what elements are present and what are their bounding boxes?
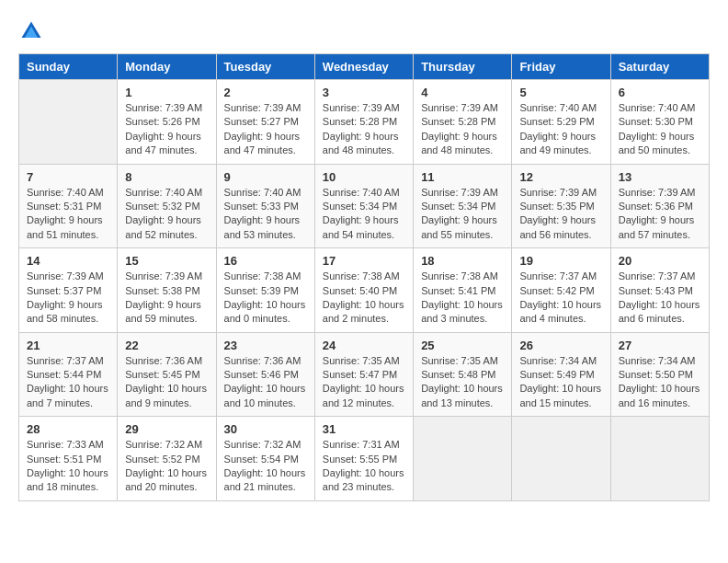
header-day-sunday: Sunday (19, 54, 118, 80)
day-info: Sunrise: 7:39 AMSunset: 5:26 PMDaylight:… (125, 101, 208, 158)
day-number: 21 (27, 339, 109, 352)
day-cell (512, 417, 610, 501)
day-cell: 5Sunrise: 7:40 AMSunset: 5:29 PMDaylight… (512, 80, 610, 165)
day-info: Sunrise: 7:40 AMSunset: 5:33 PMDaylight:… (224, 186, 307, 243)
day-cell (414, 417, 512, 501)
day-cell: 2Sunrise: 7:39 AMSunset: 5:27 PMDaylight… (216, 80, 314, 165)
day-number: 20 (619, 254, 701, 268)
day-number: 24 (323, 339, 405, 352)
day-number: 5 (519, 86, 602, 99)
day-info: Sunrise: 7:39 AMSunset: 5:28 PMDaylight:… (421, 101, 504, 158)
day-number: 18 (421, 254, 504, 268)
day-number: 13 (619, 170, 701, 184)
day-info: Sunrise: 7:39 AMSunset: 5:37 PMDaylight:… (27, 270, 109, 327)
day-info: Sunrise: 7:38 AMSunset: 5:39 PMDaylight:… (224, 270, 307, 327)
day-number: 3 (323, 86, 405, 99)
day-number: 9 (224, 170, 307, 184)
day-cell: 4Sunrise: 7:39 AMSunset: 5:28 PMDaylight… (414, 80, 512, 165)
day-cell: 25Sunrise: 7:35 AMSunset: 5:48 PMDayligh… (414, 332, 512, 417)
day-cell: 1Sunrise: 7:39 AMSunset: 5:26 PMDaylight… (118, 80, 216, 165)
day-cell: 11Sunrise: 7:39 AMSunset: 5:34 PMDayligh… (414, 164, 512, 248)
day-number: 2 (224, 86, 307, 99)
day-cell: 31Sunrise: 7:31 AMSunset: 5:55 PMDayligh… (314, 417, 413, 501)
day-cell: 6Sunrise: 7:40 AMSunset: 5:30 PMDaylight… (610, 80, 709, 165)
day-cell: 22Sunrise: 7:36 AMSunset: 5:45 PMDayligh… (118, 332, 216, 417)
day-number: 31 (323, 422, 405, 436)
day-info: Sunrise: 7:32 AMSunset: 5:52 PMDaylight:… (125, 438, 208, 495)
day-info: Sunrise: 7:39 AMSunset: 5:35 PMDaylight:… (519, 186, 602, 243)
day-cell: 30Sunrise: 7:32 AMSunset: 5:54 PMDayligh… (216, 417, 314, 501)
day-cell: 23Sunrise: 7:36 AMSunset: 5:46 PMDayligh… (216, 332, 314, 417)
week-row-5: 28Sunrise: 7:33 AMSunset: 5:51 PMDayligh… (19, 417, 710, 501)
day-cell: 27Sunrise: 7:34 AMSunset: 5:50 PMDayligh… (610, 332, 709, 417)
day-info: Sunrise: 7:37 AMSunset: 5:42 PMDaylight:… (519, 270, 602, 327)
day-info: Sunrise: 7:36 AMSunset: 5:45 PMDaylight:… (125, 354, 208, 411)
day-cell: 29Sunrise: 7:32 AMSunset: 5:52 PMDayligh… (118, 417, 216, 501)
day-info: Sunrise: 7:39 AMSunset: 5:34 PMDaylight:… (421, 186, 504, 243)
day-info: Sunrise: 7:38 AMSunset: 5:41 PMDaylight:… (421, 270, 504, 327)
day-info: Sunrise: 7:37 AMSunset: 5:43 PMDaylight:… (619, 270, 701, 327)
day-cell: 28Sunrise: 7:33 AMSunset: 5:51 PMDayligh… (19, 417, 118, 501)
day-number: 1 (125, 86, 208, 99)
day-cell: 12Sunrise: 7:39 AMSunset: 5:35 PMDayligh… (512, 164, 610, 248)
header-day-monday: Monday (118, 54, 216, 80)
day-cell: 26Sunrise: 7:34 AMSunset: 5:49 PMDayligh… (512, 332, 610, 417)
day-cell: 17Sunrise: 7:38 AMSunset: 5:40 PMDayligh… (314, 248, 413, 333)
day-cell: 8Sunrise: 7:40 AMSunset: 5:32 PMDaylight… (118, 164, 216, 248)
day-cell (19, 80, 118, 165)
header-day-friday: Friday (512, 54, 610, 80)
logo-icon (18, 18, 44, 44)
day-info: Sunrise: 7:38 AMSunset: 5:40 PMDaylight:… (323, 270, 405, 327)
day-number: 7 (27, 170, 109, 184)
day-number: 26 (519, 339, 602, 352)
day-cell: 10Sunrise: 7:40 AMSunset: 5:34 PMDayligh… (314, 164, 413, 248)
day-number: 22 (125, 339, 208, 352)
day-info: Sunrise: 7:35 AMSunset: 5:48 PMDaylight:… (421, 354, 504, 411)
day-info: Sunrise: 7:40 AMSunset: 5:34 PMDaylight:… (323, 186, 405, 243)
day-info: Sunrise: 7:40 AMSunset: 5:29 PMDaylight:… (519, 101, 602, 158)
day-number: 29 (125, 422, 208, 436)
day-cell: 18Sunrise: 7:38 AMSunset: 5:41 PMDayligh… (414, 248, 512, 333)
day-info: Sunrise: 7:34 AMSunset: 5:49 PMDaylight:… (519, 354, 602, 411)
day-info: Sunrise: 7:40 AMSunset: 5:31 PMDaylight:… (27, 186, 109, 243)
day-number: 10 (323, 170, 405, 184)
day-number: 8 (125, 170, 208, 184)
day-number: 23 (224, 339, 307, 352)
day-info: Sunrise: 7:32 AMSunset: 5:54 PMDaylight:… (224, 438, 307, 495)
day-info: Sunrise: 7:33 AMSunset: 5:51 PMDaylight:… (27, 438, 109, 495)
day-cell: 3Sunrise: 7:39 AMSunset: 5:28 PMDaylight… (314, 80, 413, 165)
day-info: Sunrise: 7:39 AMSunset: 5:36 PMDaylight:… (619, 186, 701, 243)
day-number: 17 (323, 254, 405, 268)
day-cell: 7Sunrise: 7:40 AMSunset: 5:31 PMDaylight… (19, 164, 118, 248)
day-info: Sunrise: 7:35 AMSunset: 5:47 PMDaylight:… (323, 354, 405, 411)
day-cell: 16Sunrise: 7:38 AMSunset: 5:39 PMDayligh… (216, 248, 314, 333)
day-number: 30 (224, 422, 307, 436)
day-info: Sunrise: 7:39 AMSunset: 5:28 PMDaylight:… (323, 101, 405, 158)
day-number: 11 (421, 170, 504, 184)
day-cell (610, 417, 709, 501)
day-number: 25 (421, 339, 504, 352)
header-day-thursday: Thursday (414, 54, 512, 80)
day-cell: 24Sunrise: 7:35 AMSunset: 5:47 PMDayligh… (314, 332, 413, 417)
day-info: Sunrise: 7:34 AMSunset: 5:50 PMDaylight:… (619, 354, 701, 411)
day-info: Sunrise: 7:37 AMSunset: 5:44 PMDaylight:… (27, 354, 109, 411)
page-header (18, 18, 710, 44)
week-row-3: 14Sunrise: 7:39 AMSunset: 5:37 PMDayligh… (19, 248, 710, 333)
day-cell: 21Sunrise: 7:37 AMSunset: 5:44 PMDayligh… (19, 332, 118, 417)
header-day-wednesday: Wednesday (314, 54, 413, 80)
days-header-row: SundayMondayTuesdayWednesdayThursdayFrid… (19, 54, 710, 80)
header-day-saturday: Saturday (610, 54, 709, 80)
day-info: Sunrise: 7:40 AMSunset: 5:32 PMDaylight:… (125, 186, 208, 243)
day-number: 27 (619, 339, 701, 352)
week-row-4: 21Sunrise: 7:37 AMSunset: 5:44 PMDayligh… (19, 332, 710, 417)
day-cell: 15Sunrise: 7:39 AMSunset: 5:38 PMDayligh… (118, 248, 216, 333)
day-number: 6 (619, 86, 701, 99)
week-row-1: 1Sunrise: 7:39 AMSunset: 5:26 PMDaylight… (19, 80, 710, 165)
day-number: 19 (519, 254, 602, 268)
day-cell: 20Sunrise: 7:37 AMSunset: 5:43 PMDayligh… (610, 248, 709, 333)
day-number: 12 (519, 170, 602, 184)
day-info: Sunrise: 7:36 AMSunset: 5:46 PMDaylight:… (224, 354, 307, 411)
day-info: Sunrise: 7:40 AMSunset: 5:30 PMDaylight:… (619, 101, 701, 158)
day-info: Sunrise: 7:39 AMSunset: 5:27 PMDaylight:… (224, 101, 307, 158)
day-info: Sunrise: 7:39 AMSunset: 5:38 PMDaylight:… (125, 270, 208, 327)
